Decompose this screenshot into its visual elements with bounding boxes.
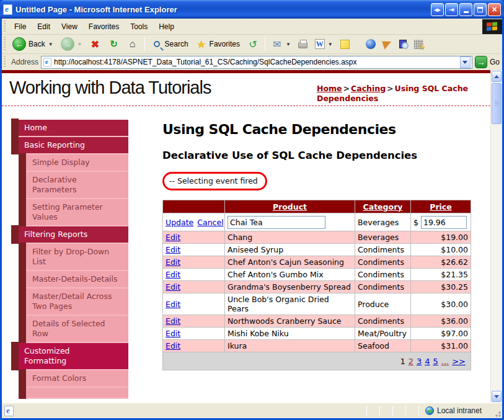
home-button[interactable]: ⌂ (123, 37, 142, 51)
history-button[interactable]: ↺ (244, 37, 262, 51)
address-bar: Address → Go (2, 54, 502, 70)
address-dropdown-button[interactable] (460, 56, 471, 68)
search-icon (151, 38, 162, 50)
go-arrow-icon: → (475, 56, 487, 68)
sidebar-item-label: Master-Details-Details (32, 274, 118, 284)
sidebar-item-customized-formatting[interactable]: Customized Formatting (19, 343, 128, 370)
mail-dropdown-icon[interactable]: ▼ (286, 42, 291, 47)
mail-button[interactable]: ✉ ▼ (268, 37, 294, 51)
dev-tool-button[interactable] (410, 38, 427, 51)
edit-link[interactable]: Edit (166, 233, 180, 242)
menu-view[interactable]: View (56, 20, 83, 33)
edit-link[interactable]: Edit (166, 257, 180, 267)
nav-stripe (11, 342, 19, 370)
toolbar-grip[interactable] (3, 56, 6, 69)
product-edit-input[interactable] (228, 216, 325, 229)
update-link[interactable]: Update (166, 218, 193, 227)
menu-help[interactable]: Help (153, 20, 180, 33)
sidebar-item-declarative-parameters[interactable]: Declarative Parameters (26, 172, 128, 199)
sidebar-item-master-details-details[interactable]: Master-Details-Details (26, 271, 128, 288)
research-button[interactable] (396, 38, 410, 50)
toolbar-grip[interactable] (3, 37, 6, 51)
favorites-button[interactable]: ★ Favorites (192, 37, 244, 51)
edit-link[interactable]: Edit (166, 270, 180, 279)
forward-dropdown-icon[interactable]: ▼ (77, 42, 82, 47)
back-dropdown-icon[interactable]: ▼ (48, 42, 53, 47)
page-title: Using SQL Cache Dependencies (162, 122, 472, 137)
scrollbar-thumb[interactable] (492, 83, 502, 124)
cancel-link[interactable]: Cancel (197, 218, 223, 227)
scroll-down-button[interactable] (492, 391, 502, 402)
vertical-scrollbar[interactable] (490, 70, 502, 403)
sidebar-item-filtering-reports[interactable]: Filtering Reports (19, 226, 128, 244)
price-edit-input[interactable] (421, 216, 467, 229)
sort-price-link[interactable]: Price (430, 202, 452, 212)
product-cell: Grandma's Boysenberry Spread (225, 281, 355, 293)
nav-stripe (19, 171, 26, 199)
toolbar-grip[interactable] (3, 20, 6, 33)
sidebar-item-master-detail-across-two-pages[interactable]: Master/Detail Across Two Pages (26, 288, 128, 316)
sidebar-item-home[interactable]: Home (19, 120, 128, 137)
back-icon: ← (12, 37, 26, 51)
breadcrumb-caching-link[interactable]: Caching (351, 84, 386, 93)
pager-ellipsis-link[interactable]: ... (441, 357, 449, 366)
edit-link[interactable]: Edit (166, 329, 180, 338)
messenger-button[interactable] (362, 37, 379, 51)
print-button[interactable] (294, 38, 311, 50)
pager-page-2-link[interactable]: 2 (409, 357, 413, 366)
edit-with-word-button[interactable]: W ▼ (311, 37, 337, 51)
edit-link[interactable]: Edit (166, 300, 180, 309)
breadcrumb-home-link[interactable]: Home (317, 84, 342, 93)
highlighter-button[interactable] (379, 38, 396, 50)
go-button[interactable]: → Go (475, 56, 500, 68)
pager-page-5-link[interactable]: 5 (433, 357, 438, 366)
scroll-up-button[interactable] (492, 71, 502, 82)
menu-file[interactable]: File (9, 20, 32, 33)
edit-link[interactable]: Edit (166, 341, 180, 351)
refresh-icon: ↻ (108, 38, 120, 50)
menu-favorites[interactable]: Favorites (83, 20, 125, 33)
print-icon (298, 42, 307, 48)
sidebar-item-basic-reporting[interactable]: Basic Reporting (19, 137, 128, 154)
sidebar-item-details-of-selected-row[interactable]: Details of Selected Row (26, 316, 128, 343)
window-popout-button[interactable]: ⇥ (445, 3, 458, 16)
maximize-button[interactable] (474, 3, 487, 16)
menu-edit[interactable]: Edit (32, 20, 56, 33)
refresh-button[interactable]: ↻ (105, 37, 123, 51)
word-dropdown-icon[interactable]: ▼ (328, 42, 333, 47)
back-button[interactable]: ← Back ▼ (9, 35, 57, 53)
window-split-button[interactable]: ◂▸ (431, 3, 444, 16)
minimize-button[interactable] (459, 3, 472, 16)
notes-button[interactable] (337, 38, 353, 51)
pager-page-3-link[interactable]: 3 (417, 357, 422, 366)
sidebar-item-label: Declarative Parameters (32, 175, 77, 194)
close-button[interactable]: × (488, 3, 501, 16)
edit-link[interactable]: Edit (166, 316, 180, 326)
window-title: Untitled Page - Microsoft Internet Explo… (15, 5, 431, 14)
edit-link[interactable]: Edit (166, 245, 180, 254)
sidebar-item-simple-display[interactable]: Simple Display (26, 154, 128, 172)
sidebar-item-label: Details of Selected Row (32, 319, 105, 338)
edit-link[interactable]: Edit (166, 282, 180, 292)
sort-product-link[interactable]: Product (273, 202, 307, 212)
stop-icon: ✖ (90, 38, 101, 50)
category-cell: Condiments (355, 281, 411, 293)
sort-category-link[interactable]: Category (363, 202, 403, 212)
pager-next-link[interactable]: >> (452, 357, 466, 366)
toolbar-separator (144, 37, 145, 51)
sidebar-item-setting-parameter-values[interactable]: Setting Parameter Values (26, 199, 128, 226)
stop-button[interactable]: ✖ (86, 37, 105, 51)
sidebar-item-label: Basic Reporting (24, 140, 85, 150)
resize-grip[interactable] (493, 409, 501, 417)
sidebar-item-format-colors[interactable]: Format Colors (26, 370, 128, 388)
search-button[interactable]: Search (148, 37, 192, 51)
product-cell: Chef Anton's Gumbo Mix (225, 269, 355, 281)
menu-tools[interactable]: Tools (125, 20, 153, 33)
address-input[interactable] (54, 57, 458, 68)
sidebar-item-filter-by-dropdown-list[interactable]: Filter by Drop-Down List (26, 244, 128, 271)
forward-button[interactable]: → ▼ (57, 35, 86, 53)
mail-icon: ✉ (272, 38, 283, 50)
sidebar-item-clipped[interactable] (26, 388, 128, 399)
pager-page-4-link[interactable]: 4 (425, 357, 430, 366)
favorites-label: Favorites (210, 40, 240, 48)
